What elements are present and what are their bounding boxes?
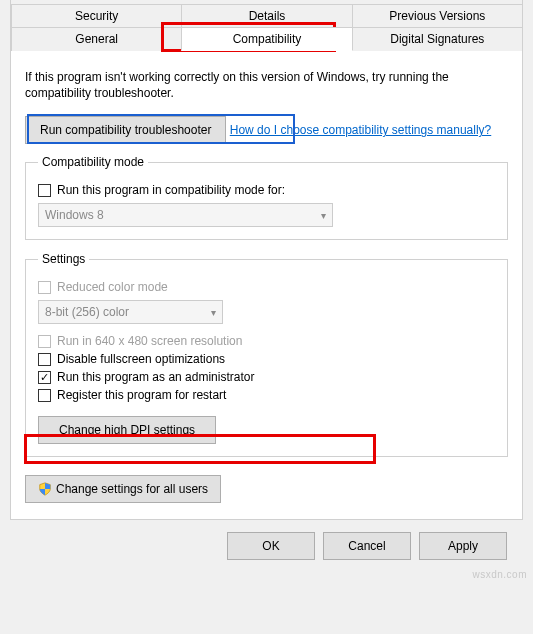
register-restart-label: Register this program for restart [57,388,226,402]
compatibility-mode-legend: Compatibility mode [38,155,148,169]
compat-os-combo[interactable]: Windows 8 ▾ [38,203,333,227]
run-as-admin-label: Run this program as an administrator [57,370,254,384]
disable-fullscreen-label: Disable fullscreen optimizations [57,352,225,366]
change-all-users-label: Change settings for all users [56,482,208,496]
reduced-color-label: Reduced color mode [57,280,168,294]
change-all-users-button[interactable]: Change settings for all users [25,475,221,503]
ok-button[interactable]: OK [227,532,315,560]
apply-button[interactable]: Apply [419,532,507,560]
color-depth-combo[interactable]: 8-bit (256) color ▾ [38,300,223,324]
reduced-color-checkbox[interactable] [38,281,51,294]
color-depth-value: 8-bit (256) color [45,305,129,319]
tab-security[interactable]: Security [11,4,182,27]
compatibility-mode-group: Compatibility mode Run this program in c… [25,155,508,240]
tab-previous-versions[interactable]: Previous Versions [352,4,523,27]
settings-legend: Settings [38,252,89,266]
manual-settings-link[interactable]: How do I choose compatibility settings m… [230,123,491,137]
cancel-button[interactable]: Cancel [323,532,411,560]
tab-general[interactable]: General [11,27,182,51]
compat-mode-checkbox[interactable] [38,184,51,197]
tab-panel-compatibility: If this program isn't working correctly … [11,51,522,519]
chevron-down-icon: ▾ [211,307,216,318]
tab-details[interactable]: Details [181,4,352,27]
shield-icon [38,482,52,496]
compat-mode-label: Run this program in compatibility mode f… [57,183,285,197]
tab-compatibility[interactable]: Compatibility [181,27,352,51]
run-troubleshooter-button[interactable]: Run compatibility troubleshooter [25,116,226,144]
tab-strip: Security Details Previous Versions Gener… [11,0,522,51]
settings-group: Settings Reduced color mode 8-bit (256) … [25,252,508,457]
intro-text: If this program isn't working correctly … [25,69,508,101]
low-res-label: Run in 640 x 480 screen resolution [57,334,242,348]
tab-digital-signatures[interactable]: Digital Signatures [352,27,523,51]
change-dpi-button[interactable]: Change high DPI settings [38,416,216,444]
dialog-footer: OK Cancel Apply [0,520,523,572]
low-res-checkbox[interactable] [38,335,51,348]
run-as-admin-checkbox[interactable] [38,371,51,384]
properties-dialog: Security Details Previous Versions Gener… [10,0,523,520]
compat-os-value: Windows 8 [45,208,104,222]
watermark: wsxdn.com [472,569,527,580]
disable-fullscreen-checkbox[interactable] [38,353,51,366]
chevron-down-icon: ▾ [321,210,326,221]
register-restart-checkbox[interactable] [38,389,51,402]
